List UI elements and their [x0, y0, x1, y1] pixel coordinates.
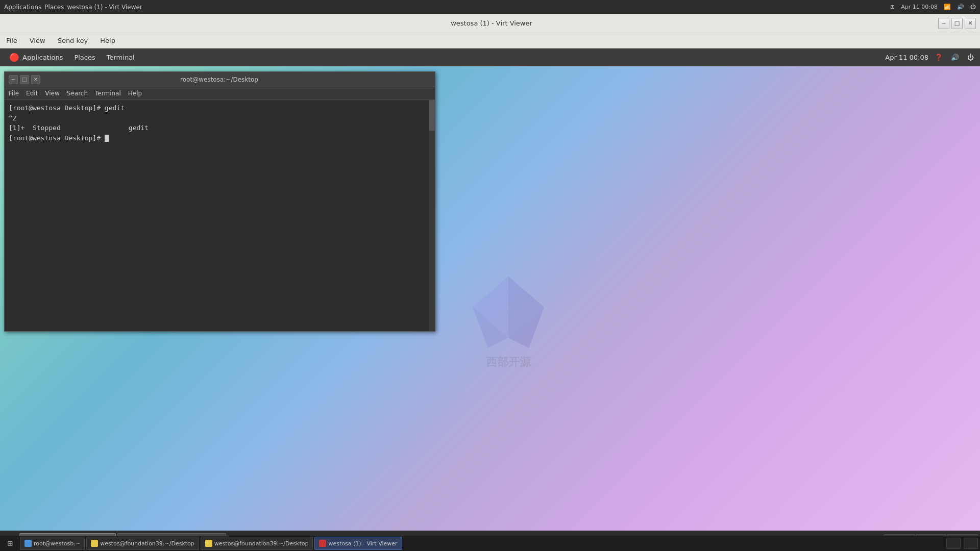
host-taskbar-right: [946, 538, 978, 549]
guest-applications-label: Applications: [22, 54, 63, 61]
guest-datetime: Apr 11 00:08: [885, 54, 928, 61]
terminal-window: ─ □ ✕ root@westosa:~/Desktop File Edit V…: [4, 71, 435, 332]
host-task-westos-foundation-2[interactable]: westos@foundation39:~/Desktop: [201, 537, 313, 550]
terminal-window-controls: ─ □ ✕: [9, 75, 40, 84]
guest-desktop: 🔴 Applications Places Terminal Apr 11 00…: [0, 48, 980, 551]
terminal-menu-help[interactable]: Help: [128, 90, 142, 97]
host-places-label[interactable]: Places: [44, 4, 64, 11]
guest-applications-menu[interactable]: 🔴 Applications: [4, 51, 68, 64]
menu-sendkey[interactable]: Send key: [56, 36, 90, 45]
minimize-button[interactable]: ─: [938, 18, 949, 29]
virt-viewer-window: westosa (1) - Virt Viewer ─ □ ✕ File Vie…: [0, 14, 980, 551]
terminal-body[interactable]: [root@westosa Desktop]# gedit ^Z [1]+ St…: [5, 100, 435, 331]
maximize-button[interactable]: □: [951, 18, 963, 29]
terminal-menu-search[interactable]: Search: [67, 90, 88, 97]
terminal-scrollbar-thumb[interactable]: [429, 100, 435, 131]
host-virt-icon: [319, 540, 326, 547]
host-terminal-icon-1: [24, 540, 32, 547]
terminal-cursor: [105, 135, 109, 142]
host-topbar: Applications Places westosa (1) - Virt V…: [0, 0, 980, 14]
host-task-westos-foundation-1[interactable]: westos@foundation39:~/Desktop: [86, 537, 199, 550]
virt-viewer-titlebar: westosa (1) - Virt Viewer ─ □ ✕: [0, 14, 980, 33]
host-taskbar-btn-1[interactable]: [946, 538, 961, 549]
host-show-desktop-icon[interactable]: ⊞: [2, 536, 18, 551]
terminal-maximize-button[interactable]: □: [20, 75, 29, 84]
menu-view[interactable]: View: [28, 36, 47, 45]
terminal-close-button[interactable]: ✕: [31, 75, 40, 84]
host-power-icon: ⏻: [970, 4, 976, 10]
guest-panel: 🔴 Applications Places Terminal Apr 11 00…: [0, 48, 980, 66]
terminal-scrollbar[interactable]: [429, 100, 435, 331]
host-network-icon: 📶: [944, 4, 951, 10]
terminal-title: root@westosa:~/Desktop: [40, 76, 398, 83]
terminal-line-2: ^Z: [9, 113, 431, 123]
guest-terminal-label: Terminal: [107, 54, 135, 61]
host-task-label-1: root@westosb:~: [34, 540, 80, 547]
virt-viewer-title: westosa (1) - Virt Viewer: [45, 19, 938, 27]
window-controls: ─ □ ✕: [938, 18, 976, 29]
host-task-label-3: westos@foundation39:~/Desktop: [214, 540, 309, 547]
menu-file[interactable]: File: [4, 36, 19, 45]
guest-help-icon[interactable]: ❓: [933, 53, 945, 62]
host-task-root-westosb[interactable]: root@westosb:~: [20, 537, 85, 550]
terminal-menu-file[interactable]: File: [9, 90, 19, 97]
host-task-virt-viewer[interactable]: westosa (1) - Virt Viewer: [314, 537, 402, 550]
guest-power-icon[interactable]: ⏻: [965, 53, 976, 62]
guest-volume-icon[interactable]: 🔊: [949, 53, 961, 62]
host-taskbar-btn-2[interactable]: [964, 538, 978, 549]
terminal-menu-edit[interactable]: Edit: [26, 90, 38, 97]
terminal-line-1: [root@westosa Desktop]# gedit: [9, 103, 431, 113]
terminal-menu-view[interactable]: View: [45, 90, 59, 97]
guest-places-menu[interactable]: Places: [69, 52, 100, 63]
terminal-menubar: File Edit View Search Terminal Help: [5, 87, 435, 100]
host-taskbar: ⊞ root@westosb:~ westos@foundation39:~/D…: [0, 536, 980, 551]
menu-help[interactable]: Help: [98, 36, 117, 45]
host-folder-icon-2: [205, 540, 212, 547]
host-window-title-label: westosa (1) - Virt Viewer: [67, 4, 142, 11]
host-task-label-4: westosa (1) - Virt Viewer: [328, 540, 397, 547]
host-volume-icon: 🔊: [957, 4, 964, 10]
host-datetime: Apr 11 00:08: [901, 4, 938, 10]
terminal-line-4: [root@westosa Desktop]#: [9, 133, 431, 143]
terminal-titlebar: ─ □ ✕ root@westosa:~/Desktop: [5, 72, 435, 87]
guest-places-label: Places: [74, 54, 95, 61]
gnome-logo-icon: 🔴: [9, 53, 19, 62]
guest-terminal-menu[interactable]: Terminal: [102, 52, 140, 63]
terminal-menu-terminal[interactable]: Terminal: [95, 90, 121, 97]
host-resize-icon: ⊞: [890, 4, 895, 10]
terminal-line-3: [1]+ Stopped gedit: [9, 123, 431, 133]
host-apps-label[interactable]: Applications: [4, 4, 41, 11]
terminal-minimize-button[interactable]: ─: [9, 75, 18, 84]
close-button[interactable]: ✕: [965, 18, 976, 29]
host-folder-icon-1: [91, 540, 98, 547]
host-task-label-2: westos@foundation39:~/Desktop: [100, 540, 194, 547]
virt-viewer-menubar: File View Send key Help: [0, 33, 980, 48]
